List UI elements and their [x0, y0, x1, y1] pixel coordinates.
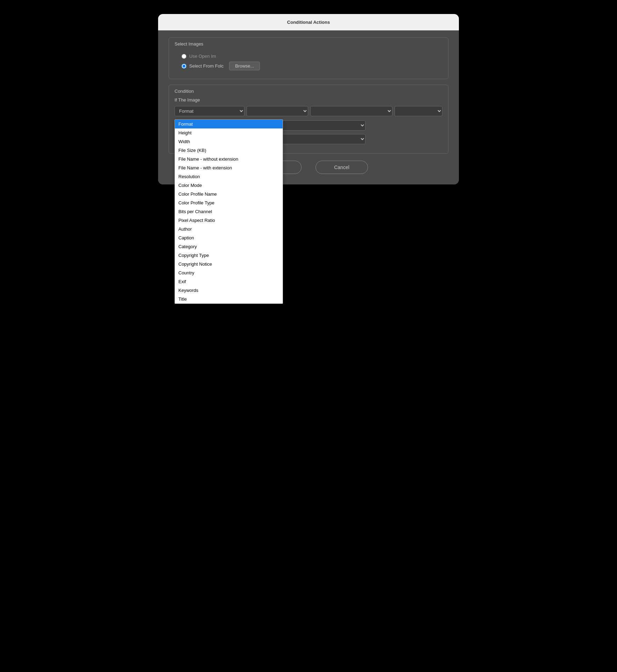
format-select-container: Format Format Height Width File Size (KB…	[175, 106, 244, 116]
dropdown-item-height[interactable]: Height	[175, 128, 283, 137]
dialog-body: Select Images Use Open Im Select From Fo…	[158, 30, 459, 184]
format-select[interactable]: Format	[175, 106, 244, 116]
dropdown-item-title[interactable]: Title	[175, 295, 283, 303]
select-from-folder-row: Select From Folc Browse...	[182, 62, 442, 70]
dropdown-item-color-mode[interactable]: Color Mode	[175, 181, 283, 190]
dropdown-item-pixel-aspect[interactable]: Pixel Aspect Ratio	[175, 216, 283, 225]
dialog-titlebar: Conditional Actions	[158, 14, 459, 30]
condition-value-select[interactable]	[310, 106, 392, 116]
condition-label: Condition	[175, 89, 442, 94]
condition-operator-select[interactable]	[247, 106, 308, 116]
select-from-folder-radio[interactable]	[182, 64, 186, 69]
dropdown-item-format[interactable]: Format	[175, 120, 283, 128]
use-open-image-radio[interactable]	[182, 54, 186, 59]
dropdown-item-category[interactable]: Category	[175, 242, 283, 251]
if-the-image-label: If The Image	[175, 97, 442, 103]
dropdown-item-exif[interactable]: Exif	[175, 277, 283, 286]
select-images-label: Select Images	[175, 41, 442, 47]
condition-section: Condition If The Image Format Format Hei…	[169, 85, 448, 154]
dropdown-item-resolution[interactable]: Resolution	[175, 172, 283, 181]
dropdown-item-filename-no-ext[interactable]: File Name - without extension	[175, 155, 283, 163]
condition-extra-select[interactable]	[395, 106, 442, 116]
dropdown-item-bits-per-channel[interactable]: Bits per Channel	[175, 207, 283, 216]
dropdown-item-keywords[interactable]: Keywords	[175, 286, 283, 295]
cancel-button[interactable]: Cancel	[315, 161, 368, 174]
dropdown-item-author[interactable]: Author	[175, 225, 283, 233]
use-open-image-row: Use Open Im	[182, 54, 442, 59]
dropdown-item-filesize[interactable]: File Size (KB)	[175, 146, 283, 155]
dropdown-item-color-profile-type[interactable]: Color Profile Type	[175, 198, 283, 207]
condition-dropdowns-row: Format Format Height Width File Size (KB…	[175, 106, 442, 116]
select-images-section: Select Images Use Open Im Select From Fo…	[169, 37, 448, 79]
dropdown-item-color-profile-name[interactable]: Color Profile Name	[175, 190, 283, 198]
dropdown-item-filename-ext[interactable]: File Name - with extension	[175, 163, 283, 172]
select-from-folder-label: Select From Folc	[189, 63, 224, 69]
dropdown-item-copyright-type[interactable]: Copyright Type	[175, 251, 283, 260]
browse-button[interactable]: Browse...	[229, 62, 260, 70]
dialog-title: Conditional Actions	[287, 20, 330, 25]
use-open-image-label: Use Open Im	[189, 54, 216, 59]
dropdown-item-country[interactable]: Country	[175, 268, 283, 277]
dropdown-item-copyright-notice[interactable]: Copyright Notice	[175, 260, 283, 268]
dropdown-item-caption[interactable]: Caption	[175, 233, 283, 242]
format-dropdown: Format Height Width File Size (KB) File …	[175, 119, 283, 304]
dialog: Conditional Actions Select Images Use Op…	[158, 14, 459, 184]
dropdown-item-width[interactable]: Width	[175, 137, 283, 146]
